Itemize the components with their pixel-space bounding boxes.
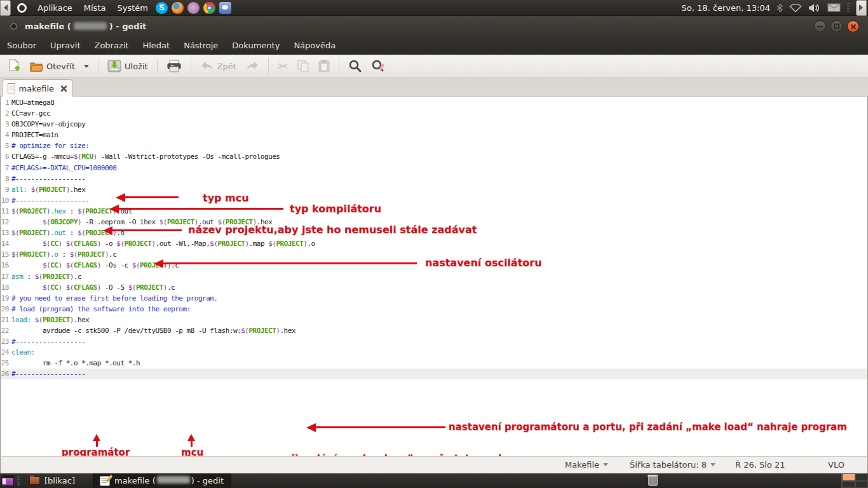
chrome-launcher-icon[interactable] [203, 2, 215, 14]
language-selector[interactable]: Makefile [565, 460, 608, 470]
code-line[interactable]: 11$(PROJECT).hex : $(PROJECT).out [1, 206, 867, 217]
workspace-1-active[interactable] [842, 473, 855, 481]
toolbar: Otevřít Uložit Zpět ✂ [0, 55, 868, 78]
code-line[interactable]: 20# load (program) the software into the… [1, 304, 867, 315]
code-line[interactable]: 12 $(OBJCOPY) -R .eeprom -O ihex $(PROJE… [1, 217, 867, 227]
cut-scissors-icon: ✂ [278, 59, 288, 73]
line-number: 21 [1, 315, 11, 325]
code-line[interactable]: 24clean: [1, 347, 867, 358]
panel-menu-aplikace[interactable]: Aplikace [32, 0, 78, 16]
wifi-icon[interactable] [789, 4, 802, 12]
window-selector-applet-icon[interactable] [1, 475, 14, 486]
annotation-programator-portu: nastavení programátoru a portu, při zadá… [449, 421, 847, 433]
menu-soubor[interactable]: Soubor [0, 36, 43, 55]
skype-launcher-icon[interactable] [156, 2, 168, 14]
line-number: 22 [1, 325, 11, 336]
tab-makefile[interactable]: makefile [2, 79, 73, 97]
menu-hledat[interactable]: Hledat [135, 36, 177, 55]
pidgin-launcher-icon[interactable] [187, 2, 200, 14]
code-line[interactable]: 17asm : $(PROJECT).c [1, 271, 867, 282]
code-text: asm : $(PROJECT).c [11, 271, 81, 282]
code-line[interactable]: 15$(PROJECT).o : $(PROJECT).c [1, 249, 867, 260]
code-text: # load (program) the software into the e… [11, 304, 191, 315]
open-dropdown-button[interactable] [80, 60, 93, 73]
code-text: avrdude -c stk500 -P /dev/ttyUSB0 -p m8 … [11, 325, 295, 336]
code-line[interactable]: 16 $(CC) $(CFLAGS) -Os -c $(PROJECT).c [1, 260, 867, 271]
trash-icon[interactable] [648, 475, 658, 486]
code-line[interactable]: 2CC=avr-gcc [1, 108, 867, 119]
window-titlebar[interactable]: makefile () - gedit [0, 16, 868, 36]
clock[interactable]: So, 18. červen, 13:04 [682, 3, 770, 13]
print-button[interactable] [163, 57, 186, 75]
bluetooth-icon[interactable] [776, 3, 783, 13]
code-line[interactable]: 3OBJCOPY=avr-objcopy [1, 119, 867, 130]
code-text: $(OBJCOPY) -R .eeprom -O ihex $(PROJECT)… [11, 217, 272, 227]
taskbar-window-gedit[interactable]: makefile () - gedit [93, 473, 231, 488]
cut-button[interactable]: ✂ [274, 57, 292, 76]
maximize-button[interactable] [831, 20, 843, 32]
code-line[interactable]: 5# optimize for size: [1, 140, 867, 151]
code-text: PROJECT=main [11, 130, 58, 140]
code-line[interactable]: 25 rm -f *.o *.map *.out *.h [1, 358, 867, 369]
menu-nastroje[interactable]: Nástroje [177, 36, 225, 55]
status-bar: Makefile Šířka tabelátoru: 8 Ř 26, Slo 2… [0, 456, 868, 473]
menu-dokumenty[interactable]: Dokumenty [225, 36, 287, 55]
workspace-3[interactable] [842, 481, 855, 488]
taskbar-grip[interactable] [17, 477, 20, 485]
text-editor-area[interactable]: 1MCU=atmega82CC=avr-gcc3OBJCOPY=avr-objc… [0, 97, 868, 456]
code-text: #------------------ [11, 173, 85, 184]
code-line[interactable]: 21load: $(PROJECT).hex [1, 315, 867, 325]
save-button[interactable]: Uložit [104, 57, 152, 75]
window-title-suffix: ) - gedit [109, 22, 147, 31]
undo-button[interactable]: Zpět [196, 58, 240, 74]
code-line[interactable]: 19# you need to erase first before loadi… [1, 293, 867, 304]
find-button[interactable] [344, 57, 366, 76]
code-line[interactable]: 23#------------------ [1, 336, 867, 347]
panel-menu-system[interactable]: Systém [111, 0, 153, 16]
line-number: 6 [1, 151, 11, 162]
find-replace-button[interactable] [367, 57, 390, 76]
close-button[interactable] [847, 20, 859, 32]
chevron-down-icon [84, 65, 89, 71]
code-line[interactable]: 10#------------------- [1, 195, 867, 206]
code-line[interactable]: 8#------------------ [1, 173, 867, 184]
menu-napoveda[interactable]: Nápověda [287, 36, 342, 55]
code-line[interactable]: 4PROJECT=main [1, 130, 867, 140]
new-document-button[interactable] [5, 57, 24, 76]
open-button[interactable]: Otevřít [25, 57, 79, 75]
panel-hide-button-left[interactable] [0, 0, 11, 16]
desktop-sharing-launcher-icon[interactable] [219, 2, 231, 14]
tab-width-selector[interactable]: Šířka tabelátoru: 8 [630, 460, 715, 470]
code-line[interactable]: 9all: $(PROJECT).hex [1, 184, 867, 195]
window-menu-icon[interactable] [10, 23, 17, 30]
code-line[interactable]: 18 $(CC) $(CFLAGS) -O -S $(PROJECT).c [1, 282, 867, 293]
line-number: 12 [1, 217, 11, 227]
code-line[interactable]: 13$(PROJECT).out : $(PROJECT).o [1, 227, 867, 238]
mail-icon[interactable] [827, 3, 841, 12]
menu-upravit[interactable]: Upravit [43, 36, 87, 55]
workspace-4[interactable] [855, 481, 868, 488]
firefox-launcher-icon[interactable] [172, 2, 184, 14]
menu-zobrazit[interactable]: Zobrazit [87, 36, 135, 55]
code-line[interactable]: 22 avrdude -c stk500 -P /dev/ttyUSB0 -p … [1, 325, 867, 336]
volume-icon[interactable] [808, 3, 821, 13]
redo-button[interactable] [241, 58, 263, 74]
panel-menu-mista[interactable]: Místa [78, 0, 112, 16]
minimize-button[interactable] [814, 20, 826, 32]
code-line[interactable]: 1MCU=atmega8 [1, 97, 867, 108]
workspace-2[interactable] [855, 473, 868, 481]
code-line[interactable]: 26#------------------ [1, 369, 867, 379]
tab-close-icon[interactable] [60, 85, 67, 92]
panel-hide-button-right[interactable] [856, 0, 867, 16]
code-line[interactable]: 6CFLAGS=-g -mmcu=$(MCU) -Wall -Wstrict-p… [1, 151, 867, 162]
code-line[interactable]: 7#CFLAGS+=-DXTAL_CPU=1000000 [1, 163, 867, 173]
code-area[interactable]: 1MCU=atmega82CC=avr-gcc3OBJCOPY=avr-objc… [1, 97, 867, 379]
paste-button[interactable] [315, 57, 334, 75]
line-number: 3 [1, 119, 11, 130]
code-line[interactable]: 14 $(CC) $(CFLAGS) -o $(PROJECT).out -Wl… [1, 238, 867, 249]
workspace-switcher[interactable] [841, 473, 868, 488]
taskbar-window-blikac[interactable]: [blikac] [23, 473, 81, 488]
copy-button[interactable] [293, 57, 313, 75]
code-text: $(CC) $(CFLAGS) -Os -c $(PROJECT).c [11, 260, 179, 271]
panel-grip[interactable] [847, 3, 850, 12]
